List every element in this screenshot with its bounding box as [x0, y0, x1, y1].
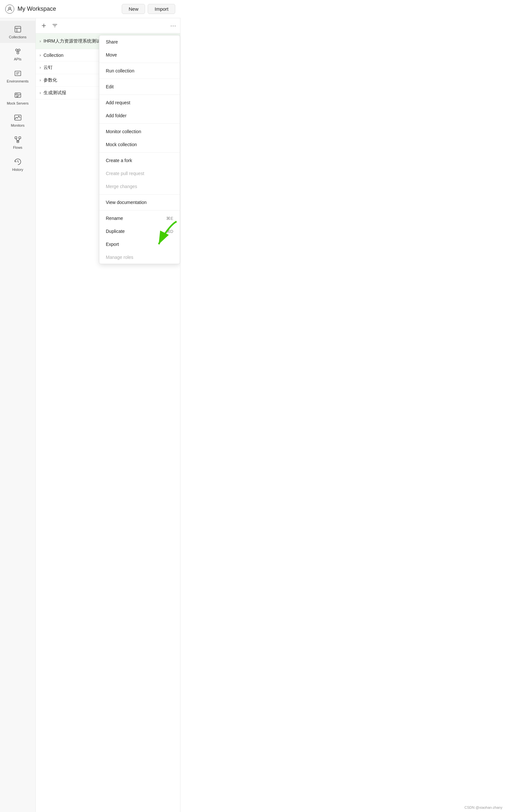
menu-divider [99, 63, 180, 63]
sidebar-item-monitors-label: Monitors [11, 123, 24, 127]
menu-item-add-folder[interactable]: Add folder [99, 109, 180, 122]
svg-point-6 [17, 52, 19, 54]
sidebar-item-apis[interactable]: APIs [0, 43, 35, 65]
rename-shortcut: ⌘E [166, 216, 173, 221]
menu-item-add-request[interactable]: Add request [99, 96, 180, 109]
sidebar-item-history[interactable]: History [0, 153, 35, 175]
chevron-right-icon: › [40, 91, 41, 95]
chevron-right-icon: › [40, 53, 41, 57]
menu-item-create-fork[interactable]: Create a fork [99, 154, 180, 167]
toolbar-more-button[interactable]: ··· [170, 22, 176, 29]
monitors-icon [13, 113, 22, 122]
workspace-title: My Workspace [17, 6, 56, 12]
environments-icon [13, 69, 22, 78]
collections-icon [13, 25, 22, 34]
svg-line-8 [18, 51, 19, 52]
user-avatar[interactable] [5, 5, 14, 14]
apis-icon [13, 47, 22, 56]
app-header: My Workspace New Import [0, 0, 180, 18]
filter-button[interactable] [51, 21, 59, 30]
menu-item-duplicate[interactable]: Duplicate ⌘D [99, 225, 180, 238]
sidebar: Collections APIs [0, 18, 36, 812]
main-layout: Collections APIs [0, 18, 180, 812]
workspace-info: My Workspace [5, 5, 56, 14]
collections-panel: ··· › IHRM人力资源管理系统测试用例集 ★ ··· › Collecti… [36, 18, 180, 812]
sidebar-item-mock-servers[interactable]: Mock Servers [0, 87, 35, 109]
sidebar-item-monitors[interactable]: Monitors [0, 109, 35, 131]
menu-item-view-documentation[interactable]: View documentation [99, 196, 180, 209]
duplicate-shortcut: ⌘D [166, 229, 173, 234]
svg-point-4 [16, 49, 17, 51]
add-collection-button[interactable] [40, 21, 48, 30]
chevron-right-icon: › [40, 78, 41, 83]
sidebar-item-environments-label: Environments [7, 79, 29, 83]
svg-rect-20 [19, 137, 21, 139]
menu-divider [99, 95, 180, 95]
sidebar-item-history-label: History [12, 168, 23, 171]
menu-item-manage-roles: Manage roles [99, 251, 180, 264]
sidebar-item-collections-label: Collections [9, 35, 27, 39]
menu-divider [99, 210, 180, 211]
sidebar-item-collections[interactable]: Collections [0, 21, 35, 43]
sidebar-item-mock-servers-label: Mock Servers [7, 101, 29, 105]
new-button[interactable]: New [122, 4, 145, 14]
flows-icon [13, 135, 22, 144]
menu-item-share[interactable]: Share [99, 35, 180, 48]
import-button[interactable]: Import [148, 4, 175, 14]
svg-point-0 [9, 7, 11, 9]
mock-servers-icon [13, 91, 22, 100]
svg-rect-19 [15, 137, 17, 139]
menu-item-move[interactable]: Move [99, 48, 180, 61]
menu-divider [99, 152, 180, 153]
sidebar-item-apis-label: APIs [14, 57, 21, 61]
svg-line-7 [17, 51, 18, 52]
context-menu: Share Move Run collection Edit Add reque… [99, 35, 180, 264]
sidebar-item-environments[interactable]: Environments [0, 65, 35, 87]
menu-item-merge-changes: Merge changes [99, 180, 180, 193]
collections-toolbar: ··· [36, 18, 180, 33]
svg-point-5 [18, 49, 20, 51]
menu-item-export[interactable]: Export [99, 238, 180, 251]
menu-divider [99, 194, 180, 194]
menu-item-rename[interactable]: Rename ⌘E [99, 212, 180, 225]
header-actions: New Import [122, 4, 175, 14]
menu-item-run-collection[interactable]: Run collection [99, 64, 180, 77]
svg-rect-9 [15, 71, 21, 76]
sidebar-item-flows-label: Flows [13, 145, 22, 149]
sidebar-item-flows[interactable]: Flows [0, 131, 35, 153]
chevron-right-icon: › [40, 65, 41, 70]
menu-item-mock-collection[interactable]: Mock collection [99, 138, 180, 151]
menu-item-create-pull-request: Create pull request [99, 167, 180, 180]
chevron-right-icon: › [40, 39, 41, 43]
menu-divider [99, 79, 180, 79]
svg-rect-1 [15, 26, 21, 32]
menu-item-edit[interactable]: Edit [99, 80, 180, 93]
menu-divider [99, 123, 180, 124]
history-icon [13, 157, 22, 166]
menu-item-monitor-collection[interactable]: Monitor collection [99, 125, 180, 138]
